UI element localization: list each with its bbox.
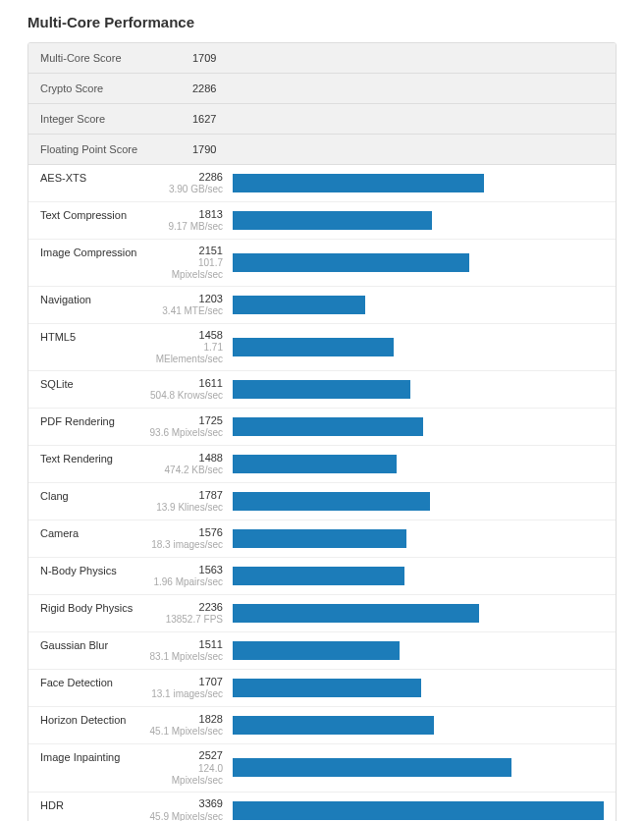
benchmark-name: Camera: [40, 525, 146, 539]
benchmark-bar: [233, 529, 406, 548]
benchmark-bar-container: [233, 380, 604, 399]
benchmark-row: SQLite1611504.8 Krows/sec: [28, 371, 616, 409]
benchmark-bar-container: [233, 567, 604, 585]
benchmark-bar: [233, 679, 421, 697]
benchmark-values: 157618.3 images/sec: [146, 526, 233, 551]
benchmark-bar-container: [233, 529, 604, 548]
benchmark-bar-container: [233, 455, 604, 473]
benchmark-score: 2527: [146, 749, 223, 762]
benchmark-row: Gaussian Blur151183.1 Mpixels/sec: [28, 632, 616, 670]
benchmark-bar-container: [233, 253, 604, 272]
benchmark-bar: [233, 716, 434, 735]
benchmark-values: 223613852.7 FPS: [146, 601, 233, 626]
benchmark-row: Rigid Body Physics223613852.7 FPS: [28, 595, 616, 632]
benchmark-unit: 3.41 MTE/sec: [146, 305, 223, 317]
benchmark-row: Face Detection170713.1 images/sec: [28, 670, 616, 707]
benchmark-values: 336945.9 Mpixels/sec: [146, 797, 233, 821]
benchmark-unit: 93.6 Mpixels/sec: [146, 427, 223, 439]
benchmark-bar: [233, 801, 604, 820]
benchmark-unit: 3.90 GB/sec: [146, 184, 223, 195]
summary-row: Floating Point Score1790: [28, 135, 616, 165]
benchmark-score: 3369: [146, 797, 223, 810]
benchmark-row: Camera157618.3 images/sec: [28, 520, 616, 558]
benchmark-unit: 18.3 images/sec: [146, 539, 223, 551]
summary-value: 2286: [192, 82, 232, 94]
benchmark-bar-container: [233, 801, 604, 820]
benchmark-row: Horizon Detection182845.1 Mpixels/sec: [28, 707, 616, 744]
benchmark-score: 1725: [146, 414, 223, 427]
benchmark-unit: 124.0 Mpixels/sec: [146, 763, 223, 787]
summary-label: Crypto Score: [40, 82, 192, 94]
section-title: Multi-Core Performance: [27, 0, 617, 42]
benchmark-bar-container: [233, 604, 604, 623]
benchmark-bar-container: [233, 211, 604, 230]
benchmark-unit: 45.9 Mpixels/sec: [146, 811, 223, 821]
benchmark-unit: 474.2 KB/sec: [146, 465, 223, 476]
benchmark-row: HTML514581.71 MElements/sec: [28, 324, 616, 371]
benchmark-row: Image Inpainting2527124.0 Mpixels/sec: [28, 744, 616, 792]
benchmark-values: 151183.1 Mpixels/sec: [146, 638, 233, 663]
benchmark-unit: 13.1 images/sec: [146, 688, 223, 700]
benchmark-values: 172593.6 Mpixels/sec: [146, 414, 233, 439]
benchmark-bar-container: [233, 296, 604, 314]
benchmark-score: 1787: [146, 489, 223, 502]
benchmark-name: N-Body Physics: [40, 563, 146, 576]
benchmark-score: 2236: [146, 601, 223, 614]
benchmark-score: 1828: [146, 713, 223, 726]
benchmark-name: Text Rendering: [40, 451, 146, 465]
benchmark-values: 12033.41 MTE/sec: [146, 293, 233, 317]
benchmark-values: 2151101.7 Mpixels/sec: [146, 245, 233, 281]
benchmark-bar: [233, 455, 397, 473]
summary-value: 1709: [192, 52, 232, 64]
benchmark-bar-container: [233, 641, 604, 660]
benchmark-score: 1458: [146, 329, 223, 342]
summary-row: Multi-Core Score1709: [28, 43, 616, 74]
summary-row: Crypto Score2286: [28, 74, 616, 104]
benchmark-row: Image Compression2151101.7 Mpixels/sec: [28, 240, 616, 287]
benchmark-score: 2151: [146, 245, 223, 257]
benchmark-bar: [233, 211, 432, 230]
benchmark-bar: [233, 758, 511, 777]
benchmark-unit: 83.1 Mpixels/sec: [146, 651, 223, 663]
benchmark-bar: [233, 174, 484, 192]
benchmark-values: 1611504.8 Krows/sec: [146, 377, 233, 402]
benchmark-score: 1576: [146, 526, 223, 539]
benchmark-name: Text Compression: [40, 207, 146, 221]
benchmark-bar-container: [233, 758, 604, 777]
benchmark-bar: [233, 417, 423, 436]
benchmark-row: Text Rendering1488474.2 KB/sec: [28, 446, 616, 483]
benchmark-unit: 9.17 MB/sec: [146, 221, 223, 233]
benchmark-values: 2527124.0 Mpixels/sec: [146, 749, 233, 786]
benchmark-values: 14581.71 MElements/sec: [146, 329, 233, 365]
benchmark-name: HDR: [40, 797, 146, 811]
benchmark-values: 15631.96 Mpairs/sec: [146, 564, 233, 588]
benchmark-bar: [233, 338, 394, 356]
benchmark-score: 1203: [146, 293, 223, 305]
benchmark-unit: 1.71 MElements/sec: [146, 342, 223, 365]
benchmark-bar: [233, 253, 469, 272]
benchmark-values: 22863.90 GB/sec: [146, 171, 233, 195]
benchmark-bar: [233, 380, 410, 399]
benchmark-name: Face Detection: [40, 675, 146, 688]
benchmark-values: 170713.1 images/sec: [146, 676, 233, 700]
benchmark-bar: [233, 604, 479, 623]
benchmark-name: Gaussian Blur: [40, 637, 146, 651]
benchmark-values: 1488474.2 KB/sec: [146, 452, 233, 476]
benchmark-bar: [233, 296, 365, 314]
benchmark-values: 18139.17 MB/sec: [146, 208, 233, 233]
benchmark-unit: 504.8 Krows/sec: [146, 390, 223, 402]
benchmark-bar-container: [233, 174, 604, 192]
benchmark-bar: [233, 492, 430, 511]
benchmark-score: 1511: [146, 638, 223, 651]
benchmark-unit: 1.96 Mpairs/sec: [146, 576, 223, 588]
benchmark-row: Clang178713.9 Klines/sec: [28, 483, 616, 520]
summary-value: 1627: [192, 113, 232, 125]
benchmark-unit: 101.7 Mpixels/sec: [146, 257, 223, 281]
benchmark-name: SQLite: [40, 376, 146, 390]
benchmark-name: AES-XTS: [40, 170, 146, 184]
benchmark-score: 1563: [146, 564, 223, 576]
benchmark-name: Navigation: [40, 292, 146, 305]
summary-value: 1790: [192, 143, 232, 155]
benchmark-row: PDF Rendering172593.6 Mpixels/sec: [28, 409, 616, 446]
benchmark-row: Navigation12033.41 MTE/sec: [28, 287, 616, 324]
